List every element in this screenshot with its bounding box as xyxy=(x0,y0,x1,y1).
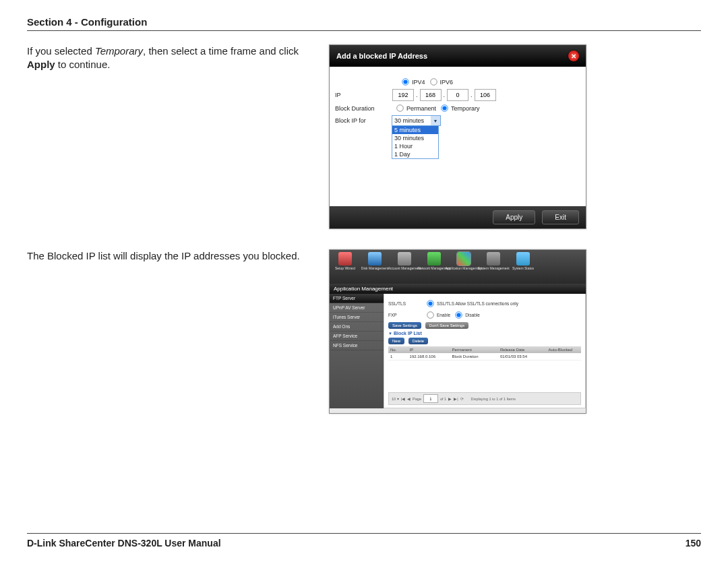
disable-label: Disable xyxy=(465,313,480,317)
dont-save-settings-button[interactable]: Don't Save Settings xyxy=(425,322,469,329)
toolbar-item-active[interactable]: Application Management xyxy=(454,252,474,282)
fxp-enable-radio[interactable] xyxy=(427,311,433,318)
fxp-disable-radio[interactable] xyxy=(456,311,462,318)
sidebar: FTP Server UPnP AV Server iTunes Server … xyxy=(330,294,384,408)
ssltls-radio[interactable] xyxy=(427,300,433,307)
sidebar-item[interactable]: AFP Service xyxy=(330,332,384,341)
cell: Block Duration xyxy=(450,353,499,361)
footer-title: D-Link ShareCenter DNS-320L User Manual xyxy=(27,538,221,549)
dropdown-option[interactable]: 30 minutes xyxy=(392,134,438,142)
sidebar-item[interactable]: iTunes Server xyxy=(330,313,384,322)
block-ip-list-title: Block IP List xyxy=(388,331,581,336)
footer-rule xyxy=(27,533,701,534)
main-panel: SSL/TLSSSL/TLS Allow SSL/TLS connections… xyxy=(384,294,586,408)
sidebar-item[interactable]: NFS Service xyxy=(330,341,384,350)
cell: 192.168.0.106 xyxy=(408,353,450,361)
txt: If you selected xyxy=(27,45,95,57)
fxp-label: FXP xyxy=(388,313,422,317)
instruction-text-2: The Blocked IP list will display the IP … xyxy=(27,249,310,263)
display-range: Displaying 1 to 1 of 1 Items xyxy=(471,397,516,401)
ipv6-radio[interactable] xyxy=(430,78,437,85)
page-input[interactable] xyxy=(423,394,438,403)
select-value: 30 minutes xyxy=(394,117,424,124)
header-rule xyxy=(27,30,701,31)
apply-word: Apply xyxy=(27,59,55,70)
toolbar-item[interactable]: Disk Management xyxy=(365,252,385,282)
txt: , then select a time frame and click xyxy=(143,45,299,57)
table-row[interactable]: 1 192.168.0.106 Block Duration 01/01/03 … xyxy=(388,353,581,361)
toolbar-item[interactable]: System Management xyxy=(483,252,504,282)
blocked-ip-table: No. IP Permanent Release Date Auto-Block… xyxy=(388,346,581,361)
dropdown-option[interactable]: 1 Day xyxy=(392,150,438,158)
ipv6-label: IPV6 xyxy=(440,79,454,86)
refresh-icon[interactable]: ⟳ xyxy=(460,397,464,401)
rows-per-page: 10 ▾ xyxy=(392,397,399,401)
first-page-icon[interactable]: |◀ xyxy=(401,397,405,401)
dialog-titlebar: Add a blocked IP Address ✕ xyxy=(330,45,586,67)
toolbar-item[interactable]: Setup Wizard xyxy=(335,252,355,282)
last-page-icon[interactable]: ▶| xyxy=(454,397,458,401)
toolbar-item[interactable]: System Status xyxy=(513,252,533,282)
dropdown-option[interactable]: 1 Hour xyxy=(392,142,438,150)
ssltls-value: SSL/TLS Allow SSL/TLS connections only xyxy=(437,301,518,306)
block-ip-for-select[interactable]: 30 minutes ▼ xyxy=(392,115,441,126)
sidebar-item-active[interactable]: FTP Server xyxy=(330,294,384,303)
pagination-bar: 10 ▾ |◀ ◀ Page of 1 ▶ ▶| ⟳ Displaying 1 … xyxy=(388,392,581,405)
ipv4-label: IPV4 xyxy=(412,79,425,86)
temporary-radio[interactable] xyxy=(441,104,448,111)
cell: 1 xyxy=(388,353,408,361)
permanent-label: Permanent xyxy=(406,105,436,112)
exit-button[interactable]: Exit xyxy=(542,210,579,224)
col-header: IP xyxy=(408,346,450,353)
block-duration-label: Block Duration xyxy=(335,105,392,112)
ssltls-label: SSL/TLS xyxy=(388,301,422,306)
cell: 01/01/03 03:54 xyxy=(498,353,547,361)
panel-subheader: Application Management xyxy=(330,284,586,294)
save-settings-button[interactable]: Save Settings xyxy=(388,322,421,329)
next-page-icon[interactable]: ▶ xyxy=(448,397,452,401)
ipv4-radio[interactable] xyxy=(402,78,408,85)
ip-octet-1[interactable] xyxy=(392,89,414,101)
chevron-down-icon: ▼ xyxy=(431,116,440,125)
ip-label: IP xyxy=(335,92,392,98)
instruction-text-1: If you selected Temporary, then select a… xyxy=(27,44,310,72)
temporary-label: Temporary xyxy=(451,105,480,112)
toolbar-item[interactable]: Account Management xyxy=(394,252,415,282)
dialog-title: Add a blocked IP Address xyxy=(336,52,427,60)
toolbar-item[interactable]: Network Management xyxy=(424,252,444,282)
col-header: Release Date xyxy=(498,346,547,353)
apply-button[interactable]: Apply xyxy=(493,210,535,224)
ip-octet-2[interactable] xyxy=(420,89,442,101)
section-header: Section 4 - Configuration xyxy=(27,16,701,28)
enable-label: Enable xyxy=(437,313,450,317)
permanent-radio[interactable] xyxy=(396,104,403,111)
col-header: Auto-Blocked xyxy=(547,346,582,353)
page-number: 150 xyxy=(686,538,701,549)
col-header: Permanent xyxy=(450,346,499,353)
cell xyxy=(547,353,582,361)
prev-page-icon[interactable]: ◀ xyxy=(407,397,411,401)
txt: to continue. xyxy=(55,59,111,70)
block-ip-for-dropdown: 5 minutes 30 minutes 1 Hour 1 Day xyxy=(392,125,439,159)
ip-octet-4[interactable] xyxy=(475,89,496,101)
delete-button[interactable]: Delete xyxy=(408,338,428,344)
dropdown-option[interactable]: 5 minutes xyxy=(392,126,438,134)
list-screenshot: Setup Wizard Disk Management Account Man… xyxy=(329,249,586,414)
close-icon[interactable]: ✕ xyxy=(568,51,579,61)
new-button[interactable]: New xyxy=(388,338,404,344)
top-toolbar: Setup Wizard Disk Management Account Man… xyxy=(330,250,586,284)
page-label: Page xyxy=(413,397,421,401)
dialog-screenshot: Add a blocked IP Address ✕ IPV4 IPV6 IP … xyxy=(329,44,586,229)
block-ip-for-label: Block IP for xyxy=(335,117,392,124)
page-of: of 1 xyxy=(440,397,446,401)
temporary-word: Temporary xyxy=(95,45,143,57)
ip-octet-3[interactable] xyxy=(447,89,468,101)
sidebar-item[interactable]: UPnP AV Server xyxy=(330,303,384,313)
col-header: No. xyxy=(388,346,408,353)
sidebar-item[interactable]: Add Ons xyxy=(330,322,384,332)
